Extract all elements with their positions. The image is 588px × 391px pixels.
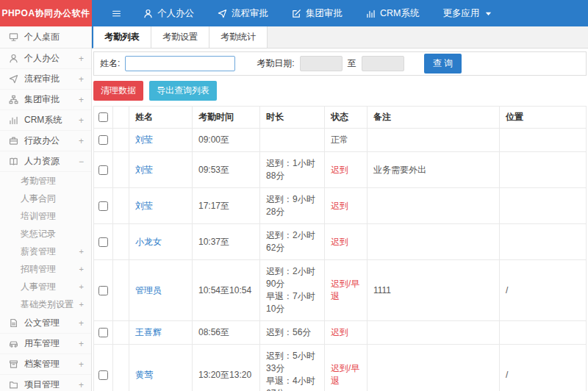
expand-toggle-icon[interactable]: + [79, 247, 84, 256]
row-select-cell [94, 321, 113, 345]
row-checkbox[interactable] [98, 165, 108, 175]
sidebar-item-label: 考勤管理 [21, 175, 56, 187]
sidebar-item-personnel-mgmt[interactable]: 人事管理+ [0, 278, 91, 295]
sidebar-item-reward-punishment[interactable]: 奖惩记录 [0, 225, 91, 243]
row-checkbox[interactable] [98, 237, 108, 247]
sidebar-item-personnel-contract[interactable]: 人事合同 [0, 190, 91, 207]
header-attendance-time: 考勤时间 [193, 107, 260, 129]
expand-toggle-icon[interactable]: + [79, 265, 84, 273]
sidebar-item-label: 用车管理 [24, 337, 60, 350]
expand-toggle-icon[interactable]: + [79, 359, 84, 370]
menu-icon [112, 9, 121, 18]
action-bar: 清理数据 导出查询列表 [93, 81, 587, 101]
employee-name-link[interactable]: 刘莹 [135, 165, 153, 175]
note-cell [368, 188, 500, 224]
sidebar-item-human-resources[interactable]: 人力资源− [0, 151, 91, 172]
note-cell: 1111 [368, 260, 500, 321]
sidebar-item-training-mgmt[interactable]: 培训管理 [0, 207, 91, 225]
sitemap-icon [9, 95, 18, 104]
sidebar-item-basic-category-settings[interactable]: 基础类别设置+ [0, 295, 91, 313]
status-cell: 正常 [325, 129, 368, 152]
expand-toggle-icon[interactable]: + [79, 136, 84, 146]
expand-toggle-icon[interactable]: + [79, 318, 84, 329]
location-cell: / [500, 260, 587, 321]
expand-toggle-icon[interactable]: + [79, 282, 84, 291]
sidebar-item-administration[interactable]: 行政办公+ [0, 131, 91, 151]
clean-data-button[interactable]: 清理数据 [93, 81, 143, 101]
sidebar-item-attendance-mgmt[interactable]: 考勤管理 [0, 172, 91, 190]
employee-name-link[interactable]: 刘莹 [135, 201, 153, 211]
row-blank-cell [113, 224, 129, 260]
sidebar-item-label: CRM系统 [24, 114, 62, 126]
row-checkbox[interactable] [98, 135, 108, 145]
name-cell: 黄莺 [129, 345, 193, 391]
sidebar-item-vehicle-mgmt[interactable]: 用车管理+ [0, 334, 91, 354]
export-list-button[interactable]: 导出查询列表 [149, 81, 217, 101]
sidebar-item-group-approval[interactable]: 集团审批+ [0, 90, 91, 110]
note-cell: 业务需要外出 [368, 152, 500, 188]
employee-name-link[interactable]: 小龙女 [135, 237, 162, 247]
sidebar-item-salary-mgmt[interactable]: 薪资管理+ [0, 243, 91, 260]
expand-toggle-icon[interactable]: + [79, 380, 84, 390]
stamp-icon [292, 9, 301, 18]
sidebar-item-recruitment-mgmt[interactable]: 招聘管理+ [0, 260, 91, 278]
expand-toggle-icon[interactable]: + [79, 339, 84, 349]
sidebar-item-workflow-approval[interactable]: 流程审批+ [0, 69, 91, 90]
table-row: 管理员 10:54至10:54 迟到：2小时90分 早退：7小时10分 迟到/早… [94, 260, 587, 321]
table-row: 黄莺 13:20至13:20 迟到：5小时33分 早退：4小时67分 迟到/早退… [94, 345, 587, 391]
search-button[interactable]: 查 询 [424, 54, 462, 73]
name-filter-input[interactable] [125, 56, 235, 71]
table-row: 刘莹 17:17至 迟到：9小时28分 迟到 [94, 188, 587, 224]
employee-name-link[interactable]: 王喜辉 [135, 327, 162, 337]
employee-name-link[interactable]: 黄莺 [135, 370, 153, 380]
note-cell [368, 224, 500, 260]
tab-attendance-statistics[interactable]: 考勤统计 [209, 26, 268, 48]
nav-item-more-apps[interactable]: 更多应用 [431, 0, 505, 26]
expand-toggle-icon[interactable]: + [79, 115, 84, 126]
filter-bar: 姓名: 考勤日期: 至 查 询 [93, 51, 587, 76]
sidebar-item-archive-mgmt[interactable]: 档案管理+ [0, 354, 91, 375]
car-icon [9, 339, 18, 348]
row-blank-cell [113, 321, 129, 345]
sidebar-item-crm-system[interactable]: CRM系统+ [0, 110, 91, 131]
status-cell: 迟到 [325, 188, 368, 224]
folder-icon [9, 380, 18, 390]
sidebar-item-label: 人事管理 [21, 281, 56, 293]
date-to-input[interactable] [362, 56, 404, 71]
row-blank-cell [113, 260, 129, 321]
row-checkbox[interactable] [98, 328, 108, 337]
row-checkbox[interactable] [98, 286, 108, 295]
note-cell [368, 129, 500, 152]
expand-toggle-icon[interactable]: + [79, 300, 84, 309]
sidebar-item-document-mgmt[interactable]: 公文管理+ [0, 313, 91, 334]
attendance-table: 姓名 考勤时间 时长 状态 备注 位置 刘莹 09:00至 正常 刘莹 09:5… [93, 106, 587, 391]
nav-item-personal-office[interactable]: 个人办公 [132, 0, 206, 26]
nav-item-group-approval[interactable]: 集团审批 [280, 0, 354, 26]
flow-icon [218, 9, 227, 18]
hamburger-menu-button[interactable] [101, 0, 132, 26]
expand-toggle-icon[interactable]: + [79, 74, 84, 85]
row-checkbox[interactable] [98, 201, 108, 211]
duration-cell [260, 129, 325, 152]
expand-toggle-icon[interactable]: + [79, 95, 84, 105]
row-checkbox[interactable] [98, 370, 108, 380]
name-cell: 小龙女 [129, 224, 193, 260]
tab-attendance-list[interactable]: 考勤列表 [93, 26, 151, 48]
row-select-cell [94, 260, 113, 321]
nav-item-workflow-approval[interactable]: 流程审批 [206, 0, 280, 26]
select-all-checkbox[interactable] [98, 112, 108, 122]
employee-name-link[interactable]: 管理员 [135, 285, 162, 295]
sidebar-item-personal-desktop[interactable]: 个人桌面 [0, 26, 91, 49]
expand-toggle-icon[interactable]: + [79, 54, 84, 64]
tab-attendance-settings[interactable]: 考勤设置 [151, 26, 209, 48]
header-note: 备注 [368, 107, 500, 129]
nav-item-crm-system[interactable]: CRM系统 [354, 0, 431, 26]
sidebar-item-project-mgmt[interactable]: 项目管理+ [0, 375, 91, 391]
name-cell: 王喜辉 [129, 321, 193, 345]
location-cell [500, 321, 587, 345]
sidebar-item-personal-office[interactable]: 个人办公+ [0, 49, 91, 69]
name-filter-label: 姓名: [100, 57, 120, 70]
expand-toggle-icon[interactable]: − [79, 157, 84, 167]
employee-name-link[interactable]: 刘莹 [135, 134, 153, 145]
date-from-input[interactable] [300, 56, 343, 71]
